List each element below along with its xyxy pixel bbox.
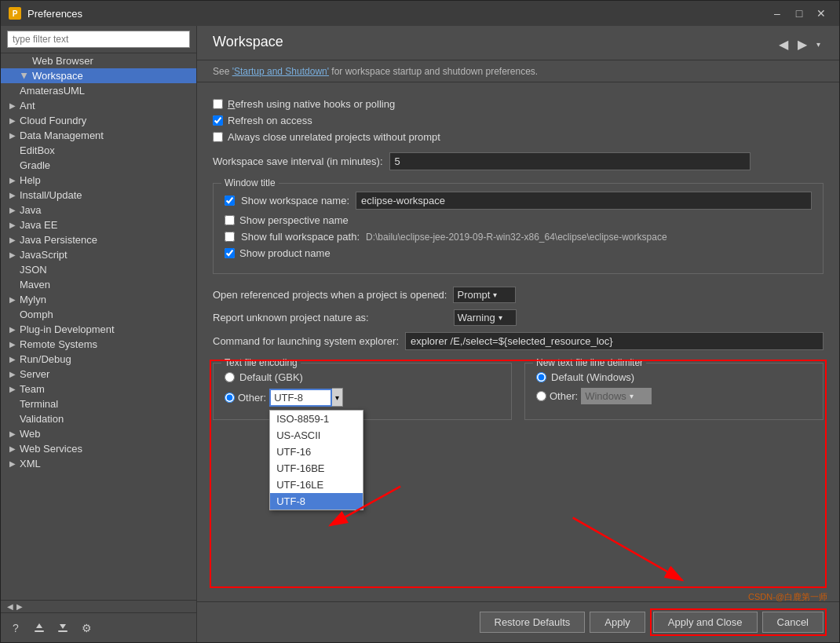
- sidebar-item-javascript[interactable]: ▶ JavaScript: [1, 247, 196, 262]
- sidebar-item-web-browser[interactable]: Web Browser: [1, 53, 196, 68]
- open-referenced-combo[interactable]: Prompt ▾: [453, 287, 516, 303]
- encoding-option-utf8[interactable]: UTF-8: [270, 493, 363, 510]
- close-button[interactable]: ✕: [811, 3, 831, 24]
- sidebar-item-help[interactable]: ▶ Help: [1, 173, 196, 188]
- encoding-option-iso[interactable]: ISO-8859-1: [270, 411, 363, 427]
- delimiter-combo[interactable]: Windows ▾: [581, 388, 652, 404]
- encoding-default-radio[interactable]: [225, 372, 235, 382]
- startup-shutdown-link[interactable]: 'Startup and Shutdown': [232, 66, 329, 77]
- sidebar-item-web-services[interactable]: ▶ Web Services: [1, 441, 196, 456]
- delimiter-default-label[interactable]: Default (Windows): [551, 371, 634, 383]
- sidebar-bottom-bar: ? ⚙: [1, 612, 196, 642]
- show-full-path-checkbox[interactable]: [225, 232, 235, 242]
- encoding-other-label[interactable]: Other:: [238, 392, 266, 404]
- refresh-on-access-checkbox[interactable]: [213, 115, 223, 126]
- import-button[interactable]: [31, 619, 48, 637]
- sidebar-item-maven[interactable]: Maven: [1, 277, 196, 292]
- expand-arrow-icon: ▶: [20, 71, 31, 82]
- sidebar-item-label: Java Persistence: [20, 234, 97, 246]
- save-interval-input[interactable]: [389, 152, 751, 170]
- sidebar-item-remote-systems[interactable]: ▶ Remote Systems: [1, 337, 196, 352]
- delimiter-other-radio[interactable]: [536, 391, 546, 401]
- refresh-on-access-label[interactable]: Refresh on access: [228, 115, 312, 126]
- show-product-name-checkbox[interactable]: [225, 248, 235, 258]
- sidebar-item-terminal[interactable]: Terminal: [1, 396, 196, 411]
- sidebar-item-data-management[interactable]: ▶ Data Management: [1, 128, 196, 143]
- sidebar-item-server[interactable]: ▶ Server: [1, 367, 196, 382]
- sidebar-item-amaterasuml[interactable]: AmaterasUML: [1, 83, 196, 98]
- collapse-arrow-icon: ▶: [7, 444, 18, 455]
- scroll-left-btn[interactable]: ◀: [7, 602, 13, 611]
- forward-button[interactable]: ▶: [794, 35, 810, 53]
- filter-input[interactable]: [7, 31, 190, 48]
- sidebar-item-label: XML: [20, 458, 41, 469]
- sidebar-item-label: Java EE: [20, 219, 57, 231]
- export-button[interactable]: [54, 619, 71, 637]
- delimiter-other-label[interactable]: Other:: [550, 390, 578, 402]
- show-workspace-name-label[interactable]: Show workspace name:: [241, 195, 349, 206]
- encoding-option-usascii[interactable]: US-ASCII: [270, 427, 363, 444]
- sidebar-item-label: Run/Debug: [20, 353, 71, 365]
- content-body: Refresh using native hooks or polling Re…: [197, 82, 839, 601]
- sidebar-item-label: Web Services: [20, 443, 82, 455]
- sidebar-item-java-persistence[interactable]: ▶ Java Persistence: [1, 232, 196, 247]
- sidebar-item-json[interactable]: JSON: [1, 262, 196, 277]
- sidebar-item-run-debug[interactable]: ▶ Run/Debug: [1, 352, 196, 367]
- window-title: Preferences: [27, 8, 761, 20]
- sidebar-item-cloud-foundry[interactable]: ▶ Cloud Foundry: [1, 113, 196, 128]
- show-perspective-name-checkbox[interactable]: [225, 215, 235, 225]
- nav-dropdown-button[interactable]: ▾: [813, 35, 824, 53]
- sidebar-item-validation[interactable]: Validation: [1, 411, 196, 426]
- encoding-option-utf16le[interactable]: UTF-16LE: [270, 477, 363, 493]
- encoding-group-label: Text file encoding: [221, 357, 301, 368]
- encoding-default-label[interactable]: Default (GBK): [239, 371, 303, 383]
- settings-button[interactable]: ⚙: [78, 619, 95, 637]
- delimiter-default-radio[interactable]: [536, 372, 546, 382]
- no-arrow-icon: [20, 56, 31, 67]
- sidebar-item-plugin-dev[interactable]: ▶ Plug-in Development: [1, 322, 196, 337]
- restore-defaults-button[interactable]: Restore Defaults: [480, 612, 586, 633]
- save-interval-label: Workspace save interval (in minutes):: [213, 155, 383, 167]
- encoding-dropdown-btn[interactable]: ▾: [332, 388, 343, 407]
- refresh-native-checkbox[interactable]: [213, 99, 223, 109]
- refresh-native-label[interactable]: Refresh using native hooks or polling: [228, 98, 395, 110]
- scroll-right-btn[interactable]: ▶: [16, 602, 23, 611]
- sidebar-item-java-ee[interactable]: ▶ Java EE: [1, 217, 196, 232]
- sidebar-item-web[interactable]: ▶ Web: [1, 426, 196, 441]
- report-unknown-combo[interactable]: Warning ▾: [454, 309, 517, 326]
- encoding-input[interactable]: [269, 389, 332, 407]
- collapse-arrow-icon: ▶: [7, 384, 18, 395]
- sidebar-item-xml[interactable]: ▶ XML: [1, 456, 196, 471]
- show-full-path-label[interactable]: Show full workspace path:: [241, 231, 360, 243]
- always-close-checkbox[interactable]: [213, 132, 223, 142]
- sidebar-item-mylyn[interactable]: ▶ Mylyn: [1, 292, 196, 307]
- encoding-option-utf16be[interactable]: UTF-16BE: [270, 460, 363, 477]
- sidebar-item-ant[interactable]: ▶ Ant: [1, 98, 196, 113]
- sidebar-item-gradle[interactable]: Gradle: [1, 158, 196, 173]
- apply-button[interactable]: Apply: [590, 612, 645, 633]
- sidebar-item-label: Cloud Foundry: [20, 115, 86, 126]
- cancel-button[interactable]: Cancel: [762, 612, 824, 633]
- apply-close-button[interactable]: Apply and Close: [653, 612, 758, 633]
- report-unknown-label: Report unknown project nature as:: [213, 312, 369, 323]
- show-product-name-label[interactable]: Show product name: [239, 247, 331, 259]
- collapse-arrow-icon: ▶: [7, 354, 18, 365]
- sidebar-item-install-update[interactable]: ▶ Install/Update: [1, 188, 196, 203]
- sidebar-item-oomph[interactable]: Oomph: [1, 307, 196, 322]
- svg-rect-2: [58, 630, 68, 632]
- back-button[interactable]: ◀: [776, 35, 791, 53]
- sidebar-item-editbox[interactable]: EditBox: [1, 143, 196, 158]
- encoding-option-utf16[interactable]: UTF-16: [270, 444, 363, 460]
- show-workspace-name-checkbox[interactable]: [225, 195, 235, 206]
- sidebar-item-workspace[interactable]: ▶ Workspace: [1, 68, 196, 83]
- show-perspective-name-label[interactable]: Show perspective name: [239, 214, 349, 226]
- help-button[interactable]: ?: [7, 619, 24, 637]
- command-launch-input[interactable]: [405, 332, 824, 350]
- sidebar-item-java[interactable]: ▶ Java: [1, 203, 196, 217]
- encoding-other-radio[interactable]: [225, 393, 235, 403]
- always-close-label[interactable]: Always close unrelated projects without …: [228, 131, 440, 143]
- maximize-button[interactable]: □: [789, 3, 809, 24]
- sidebar-item-team[interactable]: ▶ Team: [1, 382, 196, 396]
- workspace-name-input[interactable]: [356, 192, 812, 210]
- minimize-button[interactable]: –: [767, 3, 787, 24]
